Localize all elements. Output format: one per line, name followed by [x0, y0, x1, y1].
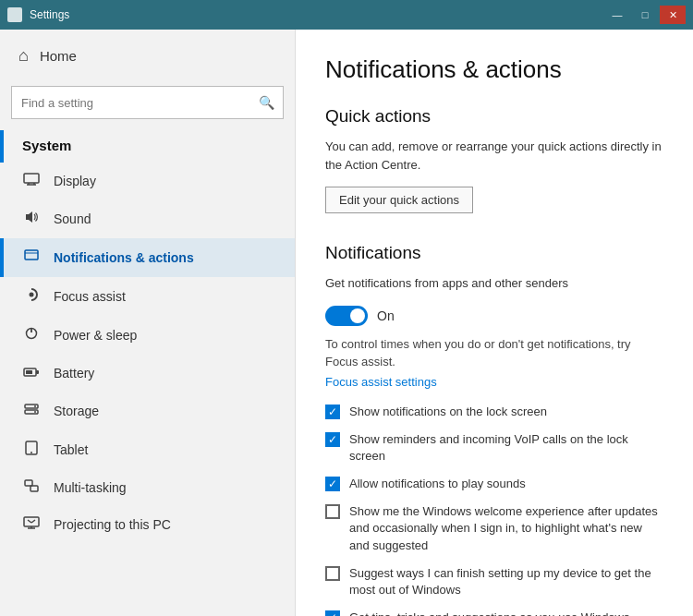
checkbox-sounds-label: Allow notifications to play sounds	[349, 476, 526, 492]
sidebar-item-display[interactable]: Display	[0, 163, 295, 199]
checkbox-welcome-label: Show me the Windows welcome experience a…	[349, 503, 663, 554]
tablet-icon	[22, 441, 41, 459]
display-icon	[22, 173, 41, 189]
sidebar-item-tablet-label: Tablet	[54, 442, 88, 457]
sidebar: ⌂ Home 🔍 System Display Sou	[0, 30, 296, 616]
svg-rect-19	[30, 486, 38, 491]
checkbox-tips-label: Get tips, tricks and suggestions as you …	[349, 610, 629, 616]
checkbox-sounds: ✓ Allow notifications to play sounds	[325, 476, 663, 492]
sidebar-item-power[interactable]: Power & sleep	[0, 316, 295, 355]
checkbox-lock-screen-input[interactable]: ✓	[325, 405, 340, 419]
sidebar-item-focus-assist[interactable]: Focus assist	[0, 277, 295, 316]
titlebar: Settings — □ ✕	[0, 0, 693, 30]
page-title: Notifications & actions	[325, 55, 663, 84]
projecting-icon	[22, 516, 41, 533]
settings-window: Settings — □ ✕ ⌂ Home 🔍 System	[0, 0, 693, 616]
checkbox-suggest-label: Suggest ways I can finish setting up my …	[349, 565, 663, 598]
home-label: Home	[40, 48, 77, 64]
checkbox-suggest: Suggest ways I can finish setting up my …	[325, 565, 663, 598]
sidebar-item-projecting[interactable]: Projecting to this PC	[0, 506, 295, 543]
power-icon	[22, 326, 41, 344]
toggle-on-label: On	[377, 308, 395, 323]
svg-rect-11	[36, 370, 39, 374]
checkmark-icon: ✓	[328, 406, 337, 417]
app-icon	[7, 7, 22, 22]
checkbox-tips-input[interactable]: ✓	[325, 610, 340, 616]
storage-icon	[22, 402, 41, 420]
minimize-button[interactable]: —	[604, 6, 630, 24]
checkbox-welcome: Show me the Windows welcome experience a…	[325, 503, 663, 554]
quick-actions-title: Quick actions	[325, 106, 663, 127]
battery-icon	[22, 365, 41, 381]
notifications-toggle[interactable]	[325, 306, 368, 326]
edit-quick-actions-button[interactable]: Edit your quick actions	[325, 187, 473, 213]
svg-line-24	[31, 520, 35, 523]
multitasking-icon	[22, 479, 41, 496]
home-icon: ⌂	[18, 46, 29, 66]
sidebar-item-battery[interactable]: Battery	[0, 355, 295, 392]
sidebar-item-multitasking-label: Multi-tasking	[54, 480, 127, 495]
notifications-section: Notifications Get notifications from app…	[325, 243, 663, 616]
sidebar-item-storage[interactable]: Storage	[0, 392, 295, 430]
checkbox-voip-input[interactable]: ✓	[325, 432, 340, 447]
svg-rect-0	[24, 174, 39, 183]
get-notifications-label: Get notifications from apps and other se…	[325, 274, 663, 293]
sidebar-item-sound-label: Sound	[54, 211, 91, 226]
titlebar-controls: — □ ✕	[604, 6, 686, 24]
checkbox-welcome-input[interactable]	[325, 504, 340, 519]
titlebar-left: Settings	[7, 7, 69, 22]
focus-assist-settings-link[interactable]: Focus assist settings	[325, 375, 663, 389]
sidebar-item-display-label: Display	[54, 174, 96, 188]
checkbox-voip: ✓ Show reminders and incoming VoIP calls…	[325, 431, 663, 465]
notifications-toggle-row: On	[325, 306, 663, 326]
svg-point-14	[34, 405, 36, 407]
svg-rect-10	[26, 370, 32, 374]
sidebar-home[interactable]: ⌂ Home	[0, 30, 295, 82]
sidebar-item-battery-label: Battery	[54, 366, 94, 380]
main-content: Notifications & actions Quick actions Yo…	[296, 30, 693, 616]
sidebar-item-storage-label: Storage	[54, 404, 99, 418]
checkmark-icon: ✓	[328, 478, 337, 489]
checkbox-sounds-input[interactable]: ✓	[325, 477, 340, 491]
svg-point-15	[34, 411, 36, 413]
focus-assist-note: To control times when you do or don't ge…	[325, 335, 663, 371]
sidebar-item-focus-assist-label: Focus assist	[54, 289, 126, 304]
sidebar-item-notifications-label: Notifications & actions	[54, 250, 194, 265]
checkbox-voip-label: Show reminders and incoming VoIP calls o…	[349, 431, 663, 465]
svg-rect-20	[24, 517, 39, 526]
maximize-button[interactable]: □	[632, 6, 658, 24]
sidebar-item-multitasking[interactable]: Multi-tasking	[0, 469, 295, 506]
sidebar-item-projecting-label: Projecting to this PC	[54, 517, 171, 532]
sidebar-item-sound[interactable]: Sound	[0, 199, 295, 238]
svg-rect-18	[25, 480, 32, 486]
sidebar-item-notifications[interactable]: Notifications & actions	[0, 238, 295, 277]
checkbox-lock-screen: ✓ Show notifications on the lock screen	[325, 404, 663, 420]
sound-icon	[22, 210, 41, 228]
focus-assist-icon	[22, 287, 41, 306]
svg-point-6	[30, 293, 34, 297]
sidebar-item-tablet[interactable]: Tablet	[0, 430, 295, 469]
quick-actions-desc: You can add, remove or rearrange your qu…	[325, 138, 663, 174]
search-input[interactable]	[11, 86, 284, 119]
system-section-label: System	[0, 130, 295, 163]
checkbox-tips: ✓ Get tips, tricks and suggestions as yo…	[325, 610, 663, 616]
sidebar-item-power-label: Power & sleep	[54, 328, 137, 343]
checkmark-icon: ✓	[328, 434, 337, 445]
svg-point-17	[30, 452, 32, 453]
checkbox-lock-screen-label: Show notifications on the lock screen	[349, 404, 547, 420]
checkmark-icon: ✓	[328, 612, 337, 616]
notifications-icon	[22, 248, 41, 267]
checkbox-suggest-input[interactable]	[325, 566, 340, 581]
close-button[interactable]: ✕	[660, 6, 686, 24]
search-box: 🔍	[11, 86, 284, 119]
content-area: ⌂ Home 🔍 System Display Sou	[0, 30, 693, 616]
titlebar-title: Settings	[30, 8, 69, 21]
notifications-title: Notifications	[325, 243, 663, 263]
svg-rect-4	[25, 250, 38, 260]
svg-line-23	[28, 520, 31, 523]
